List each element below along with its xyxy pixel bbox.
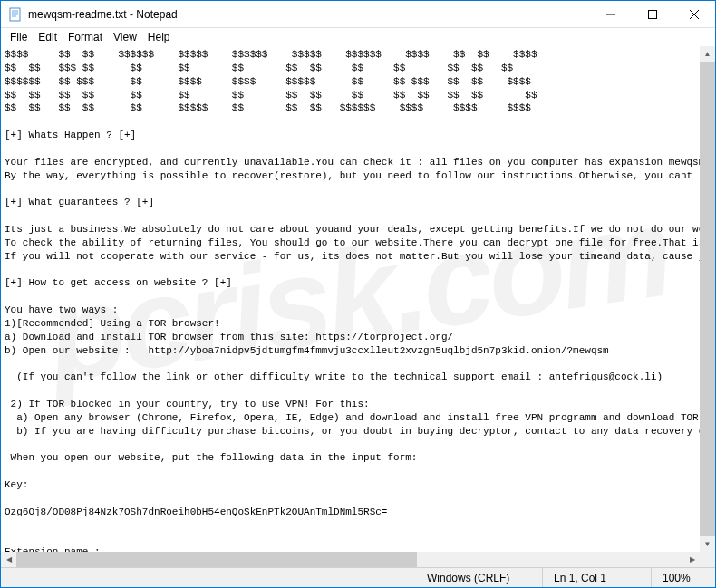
menubar: File Edit Format View Help xyxy=(1,28,715,46)
window-controls xyxy=(590,1,715,27)
scroll-left-button[interactable]: ◀ xyxy=(1,552,16,567)
vertical-scrollbar[interactable]: ▲ ▼ xyxy=(700,46,715,552)
titlebar[interactable]: mewqsm-readme.txt - Notepad xyxy=(1,1,715,28)
horizontal-scrollbar[interactable]: ◀ ▶ xyxy=(1,552,700,567)
window-title: mewqsm-readme.txt - Notepad xyxy=(28,8,590,21)
notepad-window: mewqsm-readme.txt - Notepad File Edit Fo… xyxy=(0,0,716,588)
scroll-down-button[interactable]: ▼ xyxy=(700,536,715,552)
scroll-thumb-v[interactable] xyxy=(700,62,715,536)
svg-rect-6 xyxy=(649,11,657,19)
scrollbar-corner xyxy=(700,552,715,567)
minimize-button[interactable] xyxy=(590,1,632,28)
menu-format[interactable]: Format xyxy=(63,29,108,45)
menu-view[interactable]: View xyxy=(108,29,142,45)
menu-file[interactable]: File xyxy=(5,29,33,45)
scroll-track-h[interactable] xyxy=(16,552,684,567)
close-button[interactable] xyxy=(673,1,715,28)
scroll-up-button[interactable]: ▲ xyxy=(700,46,715,62)
statusbar: Windows (CRLF) Ln 1, Col 1 100% xyxy=(1,567,715,587)
status-zoom: 100% xyxy=(652,568,715,587)
scroll-track-v[interactable] xyxy=(700,62,715,536)
text-editor[interactable]: $$$$ $$ $$ $$$$$$ $$$$$ $$$$$$ $$$$$ $$$… xyxy=(1,46,715,567)
content-area: $$$$ $$ $$ $$$$$$ $$$$$ $$$$$$ $$$$$ $$$… xyxy=(1,46,715,567)
notepad-icon xyxy=(8,7,23,22)
scroll-right-button[interactable]: ▶ xyxy=(684,552,700,567)
status-encoding: Windows (CRLF) xyxy=(416,568,543,587)
status-position: Ln 1, Col 1 xyxy=(543,568,652,587)
menu-help[interactable]: Help xyxy=(142,29,176,45)
menu-edit[interactable]: Edit xyxy=(33,29,63,45)
scroll-thumb-h[interactable] xyxy=(16,552,417,567)
maximize-button[interactable] xyxy=(632,1,673,28)
